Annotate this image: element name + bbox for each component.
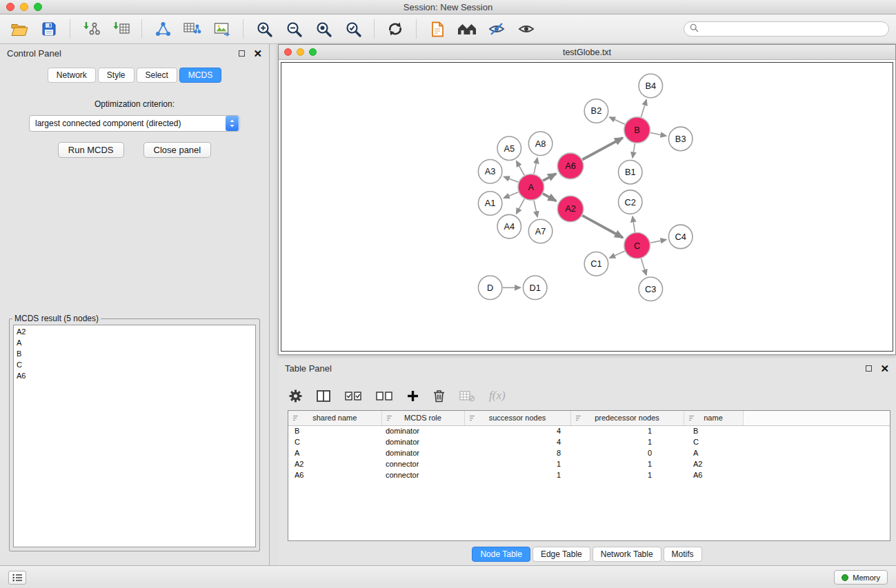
zoom-selected-icon[interactable] — [341, 18, 366, 40]
import-network-icon[interactable] — [79, 18, 103, 40]
close-panel-icon[interactable]: ✕ — [253, 48, 262, 59]
node-A8[interactable]: A8 — [528, 132, 552, 156]
node-C[interactable]: C — [624, 232, 650, 258]
tab-node-table[interactable]: Node Table — [472, 547, 530, 562]
export-image-icon[interactable] — [210, 18, 235, 40]
run-mcds-button[interactable]: Run MCDS — [58, 142, 124, 158]
node-C1[interactable]: C1 — [584, 252, 608, 276]
tab-select[interactable]: Select — [137, 68, 177, 83]
deselect-all-icon[interactable] — [376, 391, 392, 401]
node-A[interactable]: A — [518, 174, 544, 200]
zoom-in-icon[interactable] — [252, 18, 277, 40]
node-B3[interactable]: B3 — [668, 127, 693, 151]
node-A2[interactable]: A2 — [557, 196, 583, 221]
delete-table-icon[interactable] — [459, 390, 475, 402]
zoom-fit-icon[interactable] — [311, 18, 336, 40]
tab-motifs[interactable]: Motifs — [664, 547, 702, 562]
node-C3[interactable]: C3 — [639, 277, 663, 301]
column-header-mcds-role[interactable]: MCDS role — [381, 411, 464, 425]
memory-button[interactable]: Memory — [834, 570, 888, 585]
columns-icon[interactable] — [317, 390, 330, 402]
tab-network-table[interactable]: Network Table — [593, 547, 661, 562]
function-builder-button[interactable]: f(x) — [489, 389, 506, 403]
node-B4[interactable]: B4 — [639, 74, 663, 98]
refresh-layout-icon[interactable] — [383, 18, 408, 40]
mcds-result-list[interactable]: A2ABCA6 — [13, 325, 256, 547]
eye-icon[interactable] — [514, 18, 539, 40]
node-A5[interactable]: A5 — [497, 136, 521, 161]
node-table[interactable]: shared nameMCDS rolesuccessor nodesprede… — [288, 410, 890, 541]
network-branch-icon[interactable] — [150, 18, 175, 40]
clipboard-icon[interactable] — [425, 18, 450, 40]
mcds-result-item[interactable]: A — [17, 337, 252, 348]
edge-A-A3[interactable] — [504, 176, 518, 182]
table-row[interactable]: Bdominator41B — [288, 425, 890, 436]
close-panel-button[interactable]: Close panel — [143, 142, 212, 158]
node-C4[interactable]: C4 — [668, 225, 693, 249]
edge-A-A2[interactable] — [543, 194, 556, 201]
edge-B-B1[interactable] — [633, 143, 635, 158]
edge-B-B2[interactable] — [610, 117, 625, 124]
mcds-result-item[interactable]: B — [17, 348, 252, 359]
table-row[interactable]: Adominator80A — [288, 447, 890, 458]
edge-A6-B[interactable] — [582, 138, 622, 160]
float-table-panel-icon[interactable] — [866, 365, 872, 372]
node-B2[interactable]: B2 — [584, 99, 608, 123]
criterion-dropdown[interactable]: largest connected component (directed) — [29, 115, 240, 132]
node-B1[interactable]: B1 — [618, 160, 642, 184]
visibility-edit-icon[interactable] — [484, 18, 509, 40]
node-A1[interactable]: A1 — [478, 192, 502, 216]
node-A3[interactable]: A3 — [478, 159, 502, 183]
node-A7[interactable]: A7 — [528, 219, 552, 243]
gear-icon[interactable] — [289, 389, 302, 403]
column-header-name[interactable]: name — [684, 411, 743, 425]
task-history-button[interactable] — [8, 571, 26, 585]
table-row[interactable]: Cdominator41C — [288, 436, 890, 447]
node-D[interactable]: D — [478, 276, 502, 300]
column-header-shared-name[interactable]: shared name — [288, 411, 381, 425]
add-row-icon[interactable] — [407, 390, 419, 402]
edge-B-B3[interactable] — [650, 133, 666, 136]
tab-style[interactable]: Style — [98, 68, 135, 83]
zoom-out-icon[interactable] — [281, 18, 306, 40]
tab-network[interactable]: Network — [48, 68, 96, 83]
node-A6[interactable]: A6 — [557, 153, 583, 179]
network-table-icon[interactable] — [180, 18, 205, 40]
edge-C-C4[interactable] — [650, 240, 666, 243]
search-input[interactable] — [703, 24, 883, 34]
float-panel-icon[interactable] — [239, 50, 245, 57]
network-window-titlebar[interactable]: testGlobe.txt — [279, 45, 895, 60]
mcds-result-item[interactable]: A2 — [17, 326, 252, 337]
edge-A-A6[interactable] — [543, 174, 556, 181]
network-canvas[interactable]: B4B2BB3B1A5A8A6A3AA1C2A4A7A2C4CC1C3DD1 — [281, 62, 893, 352]
column-header-predecessor-nodes[interactable]: predecessor nodes — [570, 411, 684, 425]
edge-A-A1[interactable] — [504, 192, 518, 198]
trash-icon[interactable] — [433, 389, 445, 403]
select-all-icon[interactable] — [345, 391, 361, 401]
double-home-icon[interactable] — [455, 18, 479, 40]
mcds-result-item[interactable]: C — [17, 359, 252, 370]
edge-A-A4[interactable] — [517, 199, 525, 214]
open-folder-icon[interactable] — [7, 18, 32, 40]
edge-A-A7[interactable] — [534, 201, 537, 217]
column-header-successor-nodes[interactable]: successor nodes — [464, 411, 570, 425]
node-B[interactable]: B — [624, 117, 650, 143]
edge-C-C1[interactable] — [610, 251, 625, 258]
edge-A2-C[interactable] — [582, 216, 623, 238]
table-row[interactable]: A6connector11A6 — [288, 469, 890, 480]
search-box[interactable] — [684, 21, 889, 37]
node-C2[interactable]: C2 — [618, 190, 642, 214]
node-A4[interactable]: A4 — [497, 214, 521, 239]
edge-C-C3[interactable] — [641, 258, 646, 275]
node-D1[interactable]: D1 — [523, 276, 547, 300]
close-table-panel-icon[interactable]: ✕ — [880, 363, 889, 374]
tab-mcds[interactable]: MCDS — [179, 68, 221, 83]
import-table-icon[interactable] — [108, 18, 133, 40]
save-icon[interactable] — [37, 18, 61, 40]
edge-C-C2[interactable] — [633, 216, 635, 232]
table-row[interactable]: A2connector11A2 — [288, 458, 890, 469]
tab-edge-table[interactable]: Edge Table — [532, 547, 590, 562]
edge-A-A5[interactable] — [517, 161, 525, 176]
mcds-result-item[interactable]: A6 — [17, 370, 252, 381]
edge-A-A8[interactable] — [534, 158, 537, 174]
